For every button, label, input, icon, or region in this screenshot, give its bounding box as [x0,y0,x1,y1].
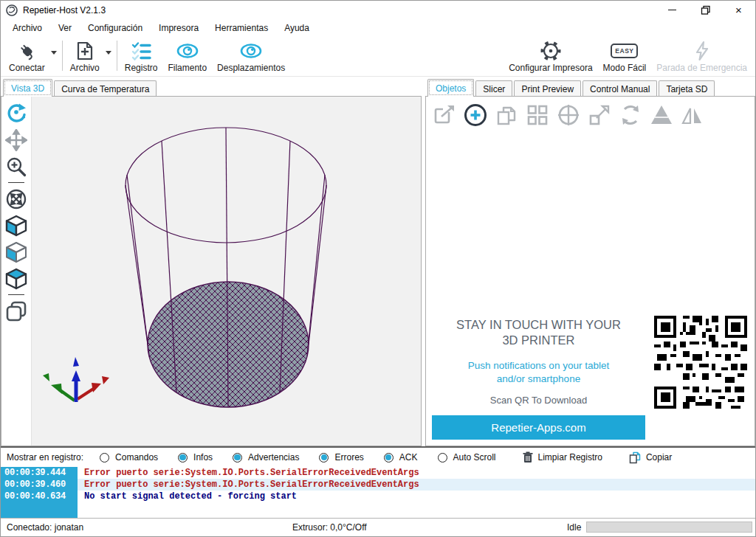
close-button[interactable]: × [722,1,755,19]
log-timestamp: 00:00:40.634 [1,491,78,502]
top-view-button[interactable] [4,266,28,291]
chevron-down-icon [51,51,57,58]
promo-scan-text: Scan QR To Download [432,395,645,406]
menu-ver[interactable]: Ver [50,20,80,36]
status-bar: Conectado: jonatan Extrusor: 0,0°C/Off I… [1,518,755,536]
tab-slicer[interactable]: Slicer [475,80,512,97]
move-view-button[interactable] [4,128,28,152]
tab-objetos[interactable]: Objetos [427,79,474,97]
promo-title: STAY IN TOUCH WITH YOUR 3D PRINTER [432,317,645,349]
log-timestamp: 00:00:39.444 [1,467,78,479]
menu-ayuda[interactable]: Ayuda [276,20,317,36]
toggle-circle [384,453,394,462]
toggle-ack[interactable]: ACK [384,452,418,462]
show-travel-label: Desplazamientos [217,63,285,73]
window-title: Repetier-Host V2.1.3 [23,5,106,15]
toggle-circle [319,453,329,462]
viewport-3d[interactable] [31,97,421,446]
tab-print-preview[interactable]: Print Preview [514,80,581,97]
mirror-object-icon [681,103,704,127]
toggle-advertencias[interactable]: Advertencias [233,452,299,462]
copy-log-button[interactable]: Copiar [629,451,672,464]
rotate-object-button[interactable] [616,101,644,128]
minimize-button[interactable] [656,1,689,19]
rotate-object-icon [619,103,642,127]
toolbar-separator [117,41,117,71]
zoom-view-button[interactable] [4,154,28,179]
toggle-auto-scroll[interactable]: Auto Scroll [438,452,496,462]
connection-status: Conectado: jonatan [7,522,83,533]
toggle-log-label: Registro [125,63,158,73]
menu-herramientas[interactable]: Herramientas [207,20,276,36]
printer-settings-label: Configurar Impresora [509,63,592,73]
center-object-button[interactable] [554,101,582,128]
rotate-view-button[interactable] [4,101,28,125]
toggle-projection-button[interactable] [4,299,28,323]
copy-icon [629,451,641,464]
toggle-log-button[interactable]: Registro [120,37,163,76]
toggle-errores[interactable]: Errores [319,452,363,462]
connect-button[interactable]: Conectar [4,37,50,76]
clear-log-button[interactable]: Limpiar Registro [523,451,602,463]
log-timestamp-column: 00:00:39.444 00:00:39.460 00:00:40.634 [1,467,78,518]
autoposition-button[interactable] [523,101,551,128]
center-object-icon [557,103,580,127]
mirror-object-button[interactable] [678,101,706,128]
top-view-icon [4,267,28,291]
repetier-apps-button[interactable]: Repetier-Apps.com [432,415,645,440]
tab-control-manual[interactable]: Control Manual [583,80,657,97]
scale-object-button[interactable] [585,101,613,128]
show-filament-button[interactable]: Filamento [162,37,212,76]
tab-tarjeta-sd[interactable]: Tarjeta SD [659,80,715,97]
load-file-label: Archivo [70,63,100,73]
autoposition-icon [526,103,549,127]
gear-icon [540,38,562,63]
rotate-view-icon [5,103,27,125]
load-file-dropdown-button[interactable] [105,37,114,76]
show-travel-button[interactable]: Desplazamientos [212,37,290,76]
menu-configuracion[interactable]: Configuración [80,20,151,36]
load-file-button[interactable]: Archivo [65,37,105,76]
scale-object-icon [588,103,611,127]
log-entries[interactable]: 00:00:39.444 00:00:39.460 00:00:40.634 E… [1,467,755,518]
chevron-down-icon [106,51,111,58]
right-tabs: Objetos Slicer Print Preview Control Man… [425,78,755,96]
log-panel: Mostrar en registro: Comandos Infos Adve… [1,446,755,518]
toggle-circle [178,453,188,462]
menu-impresora[interactable]: Impresora [151,20,207,36]
toggle-circle [233,453,242,462]
log-message: Error puerto serie:System.IO.Ports.Seria… [78,467,755,479]
cut-object-button[interactable] [647,101,675,128]
main-area: Vista 3D Curva de Temperatura [1,77,755,446]
toggle-circle [100,453,109,462]
extruder-status: Extrusor: 0,0°C/Off [292,522,367,533]
menu-archivo[interactable]: Archivo [4,20,50,36]
log-timestamp: 00:00:39.460 [1,479,78,491]
copy-object-button[interactable] [492,101,520,128]
front-view-button[interactable] [4,240,28,264]
export-object-button[interactable] [430,101,458,128]
fit-view-button[interactable] [4,187,28,211]
isometric-view-icon [4,214,28,238]
emergency-stop-label: Parada de Emergencia [656,63,747,73]
toggle-comandos[interactable]: Comandos [100,452,158,462]
log-message: Error puerto serie:System.IO.Ports.Seria… [78,479,755,491]
easy-mode-button[interactable]: EASY Modo Fácil [598,37,652,76]
log-message-column: Error puerto serie:System.IO.Ports.Seria… [78,467,755,518]
object-toolbar [426,97,755,131]
plug-icon [16,38,38,63]
toggle-infos[interactable]: Infos [178,452,213,462]
add-object-icon [463,103,488,128]
tab-vista-3d[interactable]: Vista 3D [3,79,52,97]
show-filament-label: Filamento [168,63,207,73]
close-icon: × [735,4,742,15]
build-volume-scene [32,97,421,446]
add-object-button[interactable] [461,101,489,128]
restore-button[interactable] [689,1,722,19]
isometric-view-button[interactable] [4,213,28,238]
printer-settings-button[interactable]: Configurar Impresora [504,37,597,76]
tab-curva-temperatura[interactable]: Curva de Temperatura [54,80,157,97]
app-window: Repetier-Host V2.1.3 × Archivo Ver Confi… [0,0,756,537]
connect-dropdown-button[interactable] [50,37,60,76]
move-view-icon [5,129,27,151]
